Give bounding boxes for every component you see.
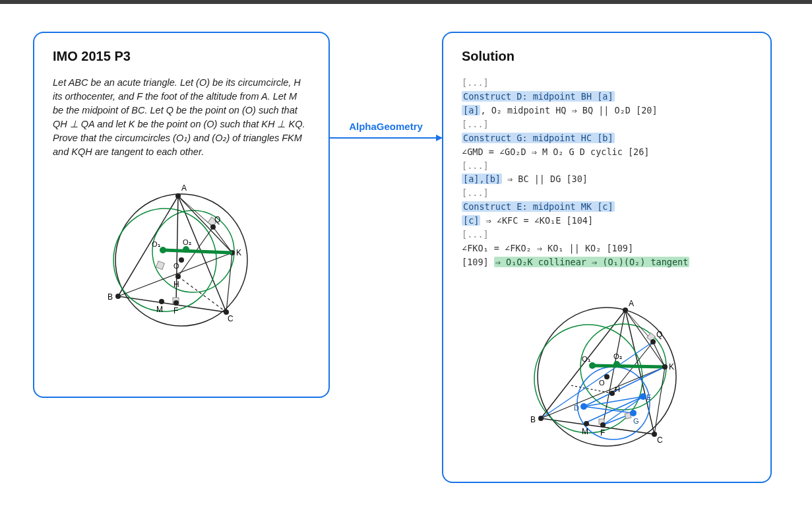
svg-point-75 (640, 393, 646, 400)
svg-text:E: E (646, 393, 651, 401)
solution-code: [...] Construct D: midpoint BH [a] [a], … (462, 76, 752, 269)
svg-point-67 (584, 421, 589, 426)
svg-point-62 (623, 308, 628, 313)
svg-point-69 (609, 391, 615, 396)
svg-text:D: D (574, 404, 579, 412)
problem-card: IMO 2015 P3 Let ABC be an acute triangle… (33, 32, 330, 398)
svg-point-73 (580, 403, 587, 410)
svg-text:H: H (173, 280, 179, 289)
svg-text:O: O (173, 262, 179, 270)
problem-title: IMO 2015 P3 (53, 49, 310, 64)
svg-line-51 (584, 367, 665, 406)
code-line: ∠GMD = ∠GO₂D ⇒ M O₂ G D cyclic [26] (462, 146, 649, 157)
code-line: ∠FKO₁ = ∠FKO₂ ⇒ KO₁ || KO₂ [109] (462, 243, 633, 253)
svg-point-24 (160, 247, 166, 253)
svg-text:C: C (228, 314, 234, 323)
code-line: Construct D: midpoint BH [a] (462, 91, 615, 102)
svg-line-53 (584, 397, 643, 406)
svg-line-45 (541, 367, 665, 418)
solution-card: Solution [...] Construct D: midpoint BH … (442, 32, 772, 483)
code-line: [...] (462, 119, 489, 129)
svg-point-17 (175, 193, 181, 199)
svg-text:A: A (629, 299, 634, 308)
svg-text:F: F (600, 428, 605, 437)
svg-point-21 (173, 300, 179, 306)
main-row: IMO 2015 P3 Let ABC be an acute triangle… (0, 4, 812, 496)
solution-diagram: A B C M F H K Q O₁ O₂ O D E G (515, 281, 699, 466)
svg-text:G: G (633, 417, 639, 425)
svg-text:O₂: O₂ (183, 238, 191, 246)
svg-line-13 (163, 250, 232, 253)
svg-marker-39 (541, 310, 654, 434)
arrow-line (330, 137, 442, 139)
problem-diagram: A B C M F H K Q O₁ O₂ O (96, 171, 267, 342)
svg-text:M: M (582, 427, 588, 436)
solution-title: Solution (462, 49, 752, 64)
svg-text:O₂: O₂ (613, 352, 622, 360)
svg-point-63 (538, 416, 544, 421)
svg-point-64 (652, 432, 657, 437)
svg-point-2 (113, 209, 216, 311)
svg-point-68 (600, 422, 606, 428)
svg-text:F: F (173, 306, 178, 315)
svg-text:O₁: O₁ (582, 355, 590, 363)
svg-text:H: H (615, 385, 620, 393)
svg-point-70 (604, 374, 609, 379)
code-span: [c] (462, 215, 480, 226)
svg-line-50 (571, 385, 612, 393)
code-line: [...] (462, 160, 489, 171)
code-span: ⇒ O₁O₂K collinear ⇒ (O₁)(O₂) tangent (494, 257, 690, 267)
code-span: [a],[b] (462, 174, 502, 184)
code-span: , O₂ midpoint HQ ⇒ BQ || O₂D [20] (480, 105, 657, 115)
svg-text:K: K (669, 362, 674, 372)
svg-text:K: K (236, 248, 241, 257)
svg-line-7 (118, 253, 232, 296)
svg-point-23 (210, 224, 216, 230)
code-span: ⇒ ∠KFC = ∠KO₁E [104] (480, 215, 593, 226)
arrow-label: AlphaGeometry (330, 121, 442, 132)
svg-text:M: M (156, 305, 163, 314)
svg-line-57 (541, 342, 653, 418)
svg-text:O₁: O₁ (152, 240, 160, 248)
svg-text:C: C (657, 436, 663, 445)
svg-point-72 (613, 361, 620, 368)
code-span: ⇒ BC || DG [30] (502, 174, 588, 184)
code-line: [...] (462, 229, 489, 240)
svg-text:Q: Q (656, 330, 662, 339)
svg-line-49 (653, 342, 665, 367)
svg-point-20 (159, 299, 164, 304)
svg-line-46 (654, 367, 665, 434)
code-line: Construct G: midpoint HC [b] (462, 133, 615, 143)
svg-point-71 (589, 362, 596, 369)
svg-point-65 (662, 364, 668, 370)
svg-point-74 (630, 410, 637, 416)
code-span: [a] (462, 105, 480, 115)
svg-line-58 (592, 366, 665, 367)
code-span: [109] (462, 257, 494, 267)
svg-rect-15 (156, 261, 165, 270)
svg-text:O: O (599, 379, 605, 387)
svg-line-11 (213, 227, 232, 253)
code-line: [...] (462, 187, 489, 198)
arrow: AlphaGeometry (330, 32, 442, 164)
svg-point-18 (115, 294, 121, 299)
svg-point-66 (650, 339, 656, 344)
svg-point-26 (179, 257, 184, 263)
svg-text:B: B (108, 292, 113, 302)
svg-text:Q: Q (214, 215, 220, 224)
problem-statement: Let ABC be an acute triangle. Let (O) be… (53, 76, 310, 159)
svg-text:B: B (530, 415, 536, 424)
svg-text:A: A (181, 183, 187, 193)
code-line: [...] (462, 77, 489, 88)
code-line: Construct E: midpoint MK [c] (462, 201, 615, 212)
svg-point-22 (175, 274, 181, 279)
svg-point-25 (183, 246, 189, 253)
